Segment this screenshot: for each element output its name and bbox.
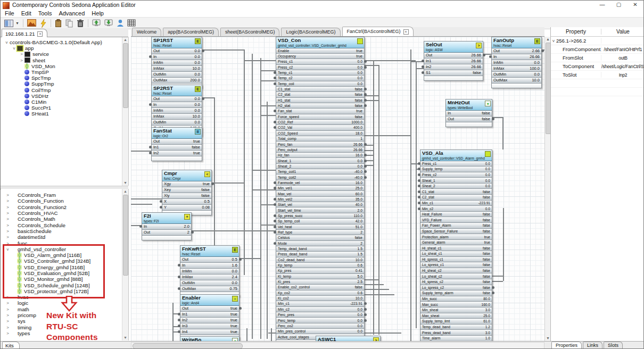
slot-row-press_c1[interactable]: Press_c10.0 xyxy=(420,161,492,167)
pin-in[interactable] xyxy=(149,152,152,154)
paste-button[interactable] xyxy=(53,18,64,28)
pin-in[interactable] xyxy=(274,110,276,112)
slot-row-max_succ[interactable]: Max_succ160.0 xyxy=(420,302,492,308)
slot-row-in[interactable]: In0.0 xyxy=(152,54,202,60)
pin-out[interactable] xyxy=(364,88,367,90)
expand-icon[interactable]: > xyxy=(5,198,11,203)
wiresheet-canvas[interactable]: SP1RSThvac::ResetEOut0.0In0.0InMin0.0InM… xyxy=(131,37,544,341)
pin-in[interactable] xyxy=(274,214,276,217)
pin-in[interactable] xyxy=(178,313,180,315)
pin-in[interactable] xyxy=(149,103,152,106)
slot-row-hi_spress_c1[interactable]: Hi_spress_c1false xyxy=(420,257,492,263)
tab-links[interactable]: Links xyxy=(583,342,602,349)
slot-row-in[interactable]: In0.0 xyxy=(152,102,202,108)
pin-in[interactable] xyxy=(418,196,420,198)
slot-row-occupancy[interactable]: Occupancytrue xyxy=(276,54,364,59)
pin-in[interactable] xyxy=(274,126,276,129)
slot-row-inmax[interactable]: InMax2.4 xyxy=(180,275,239,280)
tree-item-spctmp[interactable]: SpcTmp xyxy=(1,75,128,81)
pin-out[interactable] xyxy=(364,308,367,311)
slot-row-force_speed[interactable]: Force_speedfalse xyxy=(276,114,364,120)
function-block-fnkwrst[interactable]: FnKwRSThvac::ResetEOut0.5In1.6InMin0.0In… xyxy=(180,245,240,297)
maximize-button[interactable]: ▢ xyxy=(610,1,627,9)
slot-row-press_c2[interactable]: Press_c20.0 xyxy=(276,65,364,70)
slot-row-c1_stat[interactable]: C1_statfalse xyxy=(420,189,492,195)
slot-row-general_alarm[interactable]: General_alarmtrue xyxy=(420,240,492,246)
tree-item-vsdhz[interactable]: VSDHz xyxy=(1,93,128,99)
slot-row-min_vel1[interactable]: Min_vel125.0 xyxy=(276,186,364,191)
property-row-fromcomponent[interactable]: FromComponent/sheet/FanIO/HtPrf1 xyxy=(551,45,644,54)
slot-row-in2[interactable]: In226.66 xyxy=(424,64,483,70)
slot-row-outmin[interactable]: OutMin0.0 xyxy=(152,120,202,126)
menu-file[interactable]: File xyxy=(2,10,19,16)
tree-item-sheet[interactable]: >sheet xyxy=(1,57,128,63)
function-block-cmpr[interactable]: Cmprfunc::Cmpr<XgytrueXeyfalseXlyfalseX0… xyxy=(162,170,212,215)
slot-row-out[interactable]: Outtrue xyxy=(152,139,202,145)
pin-out[interactable] xyxy=(364,319,367,322)
function-block-writebo[interactable]: WriteBo● xyxy=(180,336,240,341)
pin-in[interactable] xyxy=(418,168,420,170)
slot-row-inmax[interactable]: InMax100.0 xyxy=(492,66,541,72)
pin-in[interactable] xyxy=(418,185,420,187)
minimize-button[interactable]: — xyxy=(594,1,610,9)
slot-row-outmax[interactable]: OutMax200.0 xyxy=(152,78,202,84)
pin-in[interactable] xyxy=(274,198,276,201)
slot-row-press_c2[interactable]: Press_c20.0 xyxy=(420,172,492,178)
scroll-up-icon[interactable]: ▲ xyxy=(122,37,128,43)
slot-row-kp_temp[interactable]: Kp_temp0.6 xyxy=(276,263,364,268)
trash-button[interactable] xyxy=(75,18,86,28)
scroll-down-icon[interactable]: ▼ xyxy=(122,335,128,340)
slot-row-press_c1[interactable]: Press_c10.0 xyxy=(276,59,364,64)
connection-tab[interactable]: 192.168.1.21 × xyxy=(2,29,47,38)
slot-row-xey[interactable]: Xeyfalse xyxy=(162,187,211,193)
pin-in[interactable] xyxy=(274,121,276,123)
slot-row-supply_temp[interactable]: Supply_temp0.0 xyxy=(420,167,492,172)
pin-in[interactable] xyxy=(422,65,424,68)
pin-out[interactable] xyxy=(211,182,214,185)
slot-row-co2_val[interactable]: CO2_Val400.0 xyxy=(276,125,364,130)
slot-row-in2[interactable]: In2true xyxy=(180,318,239,323)
slot-row-vfd_failure[interactable]: VFD_Failurefalse xyxy=(420,217,492,223)
pin-in[interactable] xyxy=(418,202,420,204)
slot-row-hi_sheat_c1[interactable]: Hi_sheat_c1false xyxy=(420,245,492,251)
slot-row-min_succ[interactable]: Min_succ80.0 xyxy=(420,296,492,302)
slot-row-sheat_1[interactable]: Sheat_10.0 xyxy=(276,158,364,163)
pin-out[interactable] xyxy=(492,286,494,289)
slot-row-outmin[interactable]: OutMin0.0 xyxy=(492,72,541,78)
expand-icon[interactable]: > xyxy=(5,211,11,215)
slot-row-vel_heat[interactable]: Vel_heat51.0 xyxy=(276,225,364,230)
pin-in[interactable] xyxy=(418,190,420,193)
kit-item-ccontrols-function[interactable]: >CControls_Function xyxy=(1,198,128,204)
function-block-fanstat[interactable]: FanStatlogic::Or2IIOuttrueIn1falseIn2tru… xyxy=(151,127,202,161)
slot-row-total_comp[interactable]: Total_comp1 xyxy=(276,136,364,142)
slot-row-sp_temp_coil[interactable]: Sp_temp_coil42.0 xyxy=(276,219,364,224)
image-button[interactable] xyxy=(26,18,38,28)
scroll-thumb[interactable] xyxy=(123,43,128,108)
user-button[interactable] xyxy=(115,18,126,28)
slot-row-inmin[interactable]: InMin0.0 xyxy=(152,60,202,66)
function-block-mnhzout[interactable]: MnHzOuttypes::WriteBool●InfalseOutfalse xyxy=(445,99,492,127)
slot-row-lo_spress_c1[interactable]: Lo_spress_c1false xyxy=(420,262,492,268)
slot-row-sheat_2[interactable]: Sheat_20.0 xyxy=(276,164,364,169)
expand-icon[interactable]: > xyxy=(19,58,24,63)
expand-icon[interactable]: > xyxy=(5,217,11,221)
property-row-fromslot[interactable]: FromSlotoutB xyxy=(551,54,644,62)
kits-scrollbar[interactable]: ▲ ▼ xyxy=(122,189,128,340)
slot-row-max_sheat[interactable]: Max_sheat25.0 xyxy=(420,313,492,319)
kit-item-ccontrols-fram[interactable]: >CControls_Fram xyxy=(1,192,128,198)
slot-row-temp_dead_band[interactable]: Temp_dead_band1.2 xyxy=(420,325,492,330)
menu-edit[interactable]: Edit xyxy=(19,10,36,16)
pin-in[interactable] xyxy=(149,55,152,58)
pin-in[interactable] xyxy=(160,200,162,203)
slot-row-min_vel2[interactable]: Min_vel235.0 xyxy=(276,197,364,202)
pin-in[interactable] xyxy=(418,162,420,165)
slot-row-min_pres_control[interactable]: Min_pres_control0.0 xyxy=(276,329,364,334)
pin-out[interactable] xyxy=(239,307,242,310)
pin-in[interactable] xyxy=(178,325,180,327)
slot-row-ki_co2[interactable]: Ki_co210.0 xyxy=(276,296,364,301)
kits-tab[interactable]: Kits xyxy=(2,342,20,349)
tab-logic-bascontrolmeg-[interactable]: Logic(BAScontrolMEG) xyxy=(281,28,340,36)
slot-row-in[interactable]: In2.0 xyxy=(142,224,191,230)
menu-advanced[interactable]: Advanced xyxy=(56,10,89,16)
slot-row-in1[interactable]: In126.66 xyxy=(424,59,483,64)
